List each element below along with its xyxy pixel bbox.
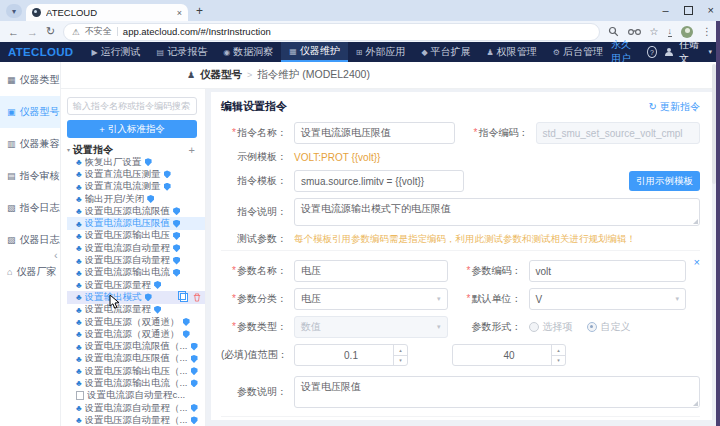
resize-handle-icon[interactable] — [693, 401, 698, 406]
sidebar-item-instrument-type[interactable]: ▦ 仪器类型 — [0, 64, 60, 96]
instruction-search-input[interactable]: 输入指令名称或指令编码搜索 — [67, 97, 197, 115]
shield-badge-icon — [147, 195, 154, 203]
remove-parameter-icon[interactable]: × — [694, 256, 700, 268]
user-menu-caret-icon[interactable]: ▾ — [708, 48, 712, 56]
stepper-arrows[interactable]: ▴ ▾ — [393, 345, 407, 365]
step-down-icon[interactable]: ▾ — [552, 356, 565, 366]
close-window-icon[interactable]: × — [708, 5, 714, 16]
tree-group-set-instruction[interactable]: ▾ 设置指令 + — [67, 143, 205, 156]
tree-item[interactable]: ♣ 设置电压源（双通道） — [67, 316, 205, 328]
tab-close-icon[interactable]: × — [177, 8, 182, 18]
tab-search-button[interactable]: ▾ — [6, 4, 22, 18]
step-up-icon[interactable]: ▴ — [552, 345, 565, 356]
tree-item[interactable]: ♣ 设置电压源自动量程（... — [67, 414, 205, 426]
instruction-name-input[interactable]: 设置电流源电压限值 — [294, 122, 455, 144]
instruction-desc-textarea[interactable]: 设置电流源输出模式下的电压限值 — [294, 198, 700, 226]
help-icon[interactable]: ? — [647, 46, 656, 58]
nav-item-record-report[interactable]: ▤ 记录报告 — [149, 42, 216, 62]
stepper-arrows[interactable]: ▴ ▾ — [551, 345, 565, 365]
tree-item[interactable]: ♣ 设置电压源输出电压 — [67, 230, 205, 242]
atecloud-logo[interactable]: ATECLOUD — [8, 46, 73, 58]
delete-icon[interactable] — [193, 293, 201, 302]
nav-item-permission-management[interactable]: ♟ 权限管理 — [479, 42, 545, 62]
instruction-template-input[interactable]: smua.source.limitv = {{volt}} — [294, 170, 464, 192]
copy-icon[interactable] — [180, 293, 188, 302]
default-unit-select[interactable]: V ▾ — [529, 288, 687, 310]
param-name-input[interactable]: 电压 — [294, 260, 448, 282]
browser-menu-icon[interactable]: ⋮ — [702, 26, 712, 37]
instrument-vendor-icon: ⌂ — [7, 267, 12, 277]
tree-item-selected[interactable]: ♣ 设置电流源电压限值 — [67, 217, 205, 229]
tree-item[interactable]: ♣ 输出开启/关闭 — [67, 193, 205, 205]
tree-item[interactable]: ♣ 设置电压源电流限值（... — [67, 340, 205, 352]
command-icon: ♣ — [76, 342, 82, 352]
tree-item[interactable]: ♣ 设置电流源自动量程（... — [67, 402, 205, 414]
nav-item-external-apps[interactable]: ⊞ 外部应用 — [348, 42, 414, 62]
collapse-panel-icon[interactable]: ‹ — [54, 249, 58, 261]
step-down-icon[interactable]: ▾ — [394, 356, 407, 366]
tree-item[interactable]: 设置电流源自动量程c... — [67, 390, 205, 402]
tree-item[interactable]: ♣ 设置电流源（双通道） — [67, 328, 205, 340]
tree-item[interactable]: ♣ 设置电压源自动量程 — [67, 254, 205, 266]
nav-item-data-insight[interactable]: ◉ 数据洞察 — [215, 42, 281, 62]
address-bar[interactable]: ⚠ 不安全 app.atecloud.com/#/InstrInstructio… — [63, 23, 599, 41]
tree-item[interactable]: ♣ 设置直流电压测量 — [67, 168, 205, 180]
tree-item-hovered[interactable]: ♣ 设置输出模式 — [67, 291, 205, 303]
tree-item[interactable]: ♣ 恢复出厂设置 — [67, 156, 205, 168]
field-param-mode: 参数形式： 选择项 自定义 — [460, 320, 701, 334]
reload-icon[interactable]: ↻ — [46, 25, 55, 38]
param-desc-textarea[interactable]: 设置电压限值 — [294, 376, 700, 408]
nav-item-platform-extension[interactable]: ◆ 平台扩展 — [413, 42, 478, 62]
tree-item[interactable]: ♣ 设置电流源输出电流（... — [67, 377, 205, 389]
instrument-type-icon: ▦ — [7, 75, 16, 85]
param-type-select[interactable]: 数值 ▾ — [294, 316, 448, 338]
resize-handle-icon[interactable] — [693, 219, 698, 224]
nav-item-backend-management[interactable]: ⚙ 后台管理 — [545, 42, 611, 62]
update-instruction-button[interactable]: ↻ 更新指令 — [649, 100, 700, 114]
tree-item[interactable]: ♣ 设置电流源自动量程 — [67, 242, 205, 254]
forward-icon[interactable]: → — [27, 26, 38, 38]
range-min-stepper[interactable]: 0.1 ▴ ▾ — [294, 344, 408, 366]
browser-profile-avatar[interactable] — [681, 26, 693, 38]
tree-item[interactable]: ♣ 设置电压源电流限值 — [67, 205, 205, 217]
glasses-icon[interactable] — [628, 27, 641, 36]
radio-option-custom[interactable] — [587, 322, 597, 332]
sidebar-item-instrument-model[interactable]: ▣ 仪器型号 — [0, 96, 60, 128]
tree-item[interactable]: ♣ 设置直流电流测量 — [67, 181, 205, 193]
back-icon[interactable]: ← — [8, 26, 19, 38]
tree-item[interactable]: ♣ 设置电压源量程 — [67, 279, 205, 291]
param-category-select[interactable]: 电压 ▾ — [294, 288, 448, 310]
nav-item-instrument-maintenance[interactable]: ▦ 仪器维护 — [281, 42, 348, 62]
sidebar-item-instrument-vendor[interactable]: ⌂ 仪器厂家 — [0, 256, 60, 288]
user-avatar-icon[interactable] — [665, 48, 671, 57]
nav-item-run-test[interactable]: ▶ 运行测试 — [83, 42, 148, 62]
search-icon[interactable] — [608, 26, 619, 37]
tree-item[interactable]: ♣ 设置电压源输出电压（... — [67, 365, 205, 377]
caret-down-icon: ▾ — [437, 295, 441, 303]
download-icon[interactable]: ↓ — [668, 27, 673, 37]
sidebar-item-instruction-review[interactable]: ▤ 指令审核 — [0, 160, 60, 192]
tree-item[interactable]: ♣ 设置电流源输出电流 — [67, 267, 205, 279]
shield-badge-icon — [164, 183, 171, 191]
range-max-stepper[interactable]: 40 ▴ ▾ — [452, 344, 566, 366]
browser-tab[interactable]: ATECLOUD × — [26, 4, 188, 21]
shield-badge-icon — [191, 367, 198, 375]
maximize-icon[interactable] — [684, 6, 693, 15]
sidebar-item-instruction-log[interactable]: ▧ 指令日志 — [0, 192, 60, 224]
bookmark-star-icon[interactable]: ☆ — [650, 26, 659, 37]
add-instruction-icon[interactable]: + — [189, 144, 195, 156]
tree-item[interactable]: ♣ 设置电流源量程 — [67, 304, 205, 316]
import-standard-instruction-button[interactable]: + 引入标准指令 — [67, 120, 197, 138]
radio-option-list[interactable] — [529, 322, 539, 332]
minimize-icon[interactable]: – — [662, 5, 668, 16]
step-up-icon[interactable]: ▴ — [394, 345, 407, 356]
quote-example-template-button[interactable]: 引用示例模板 — [629, 171, 700, 191]
param-code-input[interactable]: volt — [529, 260, 687, 282]
example-template-label: 示例模板： — [221, 150, 294, 164]
breadcrumb-root[interactable]: 仪器型号 — [200, 68, 242, 82]
sidebar-item-instrument-log[interactable]: ▨ 仪器日志 — [0, 224, 60, 256]
url-text[interactable]: app.atecloud.com/#/InstrInstruction — [123, 26, 271, 37]
new-tab-button[interactable]: + — [196, 4, 203, 18]
sidebar-item-instrument-compat[interactable]: ▥ 仪器兼容 — [0, 128, 60, 160]
tree-item[interactable]: ♣ 设置电流源电压限值（... — [67, 353, 205, 365]
